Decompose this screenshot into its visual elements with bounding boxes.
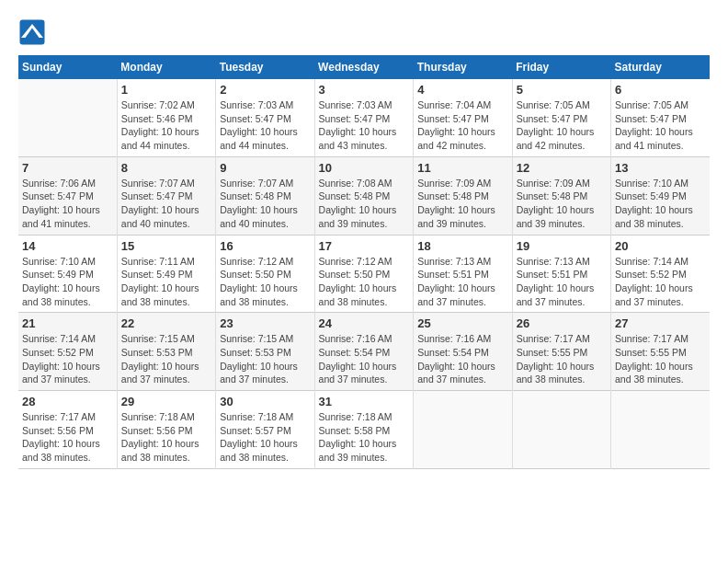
weekday-header: Monday [117,55,215,79]
day-info: Sunrise: 7:17 AM Sunset: 5:55 PM Dayligh… [615,332,706,386]
day-number: 21 [22,316,113,330]
calendar-cell: 31Sunrise: 7:18 AM Sunset: 5:58 PM Dayli… [314,391,414,469]
calendar-cell: 10Sunrise: 7:08 AM Sunset: 5:48 PM Dayli… [314,156,414,235]
day-info: Sunrise: 7:12 AM Sunset: 5:50 PM Dayligh… [319,255,410,309]
day-number: 22 [121,316,211,330]
calendar-cell: 14Sunrise: 7:10 AM Sunset: 5:49 PM Dayli… [18,235,117,313]
day-info: Sunrise: 7:18 AM Sunset: 5:56 PM Dayligh… [121,410,211,465]
calendar-table: SundayMondayTuesdayWednesdayThursdayFrid… [18,55,710,469]
calendar-cell [18,79,117,156]
day-info: Sunrise: 7:06 AM Sunset: 5:47 PM Dayligh… [22,177,113,231]
calendar-week-row: 21Sunrise: 7:14 AM Sunset: 5:52 PM Dayli… [18,313,710,391]
day-number: 24 [319,316,410,330]
day-number: 16 [220,239,310,253]
day-number: 25 [417,316,507,330]
day-number: 3 [319,83,410,97]
day-number: 8 [121,161,211,175]
calendar-cell: 9Sunrise: 7:07 AM Sunset: 5:48 PM Daylig… [216,156,314,235]
day-number: 15 [121,239,211,253]
day-number: 5 [517,83,607,97]
calendar-cell: 20Sunrise: 7:14 AM Sunset: 5:52 PM Dayli… [611,235,710,313]
day-number: 4 [417,83,507,97]
day-number: 20 [615,239,706,253]
calendar-cell: 26Sunrise: 7:17 AM Sunset: 5:55 PM Dayli… [512,313,610,391]
day-info: Sunrise: 7:13 AM Sunset: 5:51 PM Dayligh… [417,255,507,309]
weekday-header: Sunday [18,55,117,79]
calendar-cell: 1Sunrise: 7:02 AM Sunset: 5:46 PM Daylig… [117,79,215,156]
day-number: 18 [417,239,507,253]
day-number: 9 [220,161,310,175]
day-info: Sunrise: 7:02 AM Sunset: 5:46 PM Dayligh… [121,98,211,153]
day-number: 7 [22,161,113,175]
calendar-cell: 11Sunrise: 7:09 AM Sunset: 5:48 PM Dayli… [414,156,512,235]
calendar-cell: 13Sunrise: 7:10 AM Sunset: 5:49 PM Dayli… [611,156,710,235]
calendar-body: 1Sunrise: 7:02 AM Sunset: 5:46 PM Daylig… [18,79,710,468]
day-number: 14 [22,239,113,253]
day-number: 19 [517,239,607,253]
day-info: Sunrise: 7:07 AM Sunset: 5:47 PM Dayligh… [121,177,211,231]
day-info: Sunrise: 7:07 AM Sunset: 5:48 PM Dayligh… [220,177,310,231]
day-number: 10 [319,161,410,175]
day-info: Sunrise: 7:05 AM Sunset: 5:47 PM Dayligh… [615,98,706,153]
weekday-header: Wednesday [314,55,414,79]
calendar-week-row: 7Sunrise: 7:06 AM Sunset: 5:47 PM Daylig… [18,156,710,235]
calendar-cell: 27Sunrise: 7:17 AM Sunset: 5:55 PM Dayli… [611,313,710,391]
day-info: Sunrise: 7:14 AM Sunset: 5:52 PM Dayligh… [615,255,706,309]
day-info: Sunrise: 7:05 AM Sunset: 5:47 PM Dayligh… [517,98,607,153]
day-info: Sunrise: 7:18 AM Sunset: 5:57 PM Dayligh… [220,410,310,465]
day-number: 30 [220,395,310,408]
weekday-header: Friday [512,55,610,79]
calendar-cell: 6Sunrise: 7:05 AM Sunset: 5:47 PM Daylig… [611,79,710,156]
day-number: 29 [121,395,211,408]
day-info: Sunrise: 7:08 AM Sunset: 5:48 PM Dayligh… [319,177,410,231]
calendar-cell [512,391,610,469]
calendar-cell: 30Sunrise: 7:18 AM Sunset: 5:57 PM Dayli… [216,391,314,469]
day-info: Sunrise: 7:17 AM Sunset: 5:55 PM Dayligh… [517,332,607,386]
day-number: 2 [220,83,310,97]
calendar-cell: 19Sunrise: 7:13 AM Sunset: 5:51 PM Dayli… [512,235,610,313]
weekday-header: Tuesday [216,55,314,79]
calendar-cell: 7Sunrise: 7:06 AM Sunset: 5:47 PM Daylig… [18,156,117,235]
calendar-cell: 8Sunrise: 7:07 AM Sunset: 5:47 PM Daylig… [117,156,215,235]
day-info: Sunrise: 7:10 AM Sunset: 5:49 PM Dayligh… [22,255,113,309]
weekday-row: SundayMondayTuesdayWednesdayThursdayFrid… [18,55,710,79]
calendar-week-row: 1Sunrise: 7:02 AM Sunset: 5:46 PM Daylig… [18,79,710,156]
day-number: 1 [121,83,211,97]
day-info: Sunrise: 7:16 AM Sunset: 5:54 PM Dayligh… [319,332,410,386]
day-number: 23 [220,316,310,330]
day-info: Sunrise: 7:11 AM Sunset: 5:49 PM Dayligh… [121,255,211,309]
calendar-cell [414,391,512,469]
calendar-cell: 17Sunrise: 7:12 AM Sunset: 5:50 PM Dayli… [314,235,414,313]
day-number: 17 [319,239,410,253]
calendar-cell: 21Sunrise: 7:14 AM Sunset: 5:52 PM Dayli… [18,313,117,391]
day-number: 13 [615,161,706,175]
calendar-cell: 4Sunrise: 7:04 AM Sunset: 5:47 PM Daylig… [414,79,512,156]
weekday-header: Saturday [611,55,710,79]
calendar-cell: 2Sunrise: 7:03 AM Sunset: 5:47 PM Daylig… [216,79,314,156]
day-info: Sunrise: 7:10 AM Sunset: 5:49 PM Dayligh… [615,177,706,231]
page-header [18,18,710,46]
calendar-cell: 16Sunrise: 7:12 AM Sunset: 5:50 PM Dayli… [216,235,314,313]
weekday-header: Thursday [414,55,512,79]
logo-icon [18,18,46,46]
day-info: Sunrise: 7:09 AM Sunset: 5:48 PM Dayligh… [417,177,507,231]
day-number: 31 [319,395,410,408]
logo [18,18,50,46]
calendar-cell: 24Sunrise: 7:16 AM Sunset: 5:54 PM Dayli… [314,313,414,391]
day-number: 11 [417,161,507,175]
calendar-cell: 5Sunrise: 7:05 AM Sunset: 5:47 PM Daylig… [512,79,610,156]
calendar-cell: 28Sunrise: 7:17 AM Sunset: 5:56 PM Dayli… [18,391,117,469]
calendar-cell: 18Sunrise: 7:13 AM Sunset: 5:51 PM Dayli… [414,235,512,313]
day-info: Sunrise: 7:16 AM Sunset: 5:54 PM Dayligh… [417,332,507,386]
calendar-cell: 12Sunrise: 7:09 AM Sunset: 5:48 PM Dayli… [512,156,610,235]
day-info: Sunrise: 7:14 AM Sunset: 5:52 PM Dayligh… [22,332,113,386]
day-info: Sunrise: 7:03 AM Sunset: 5:47 PM Dayligh… [319,98,410,153]
day-info: Sunrise: 7:15 AM Sunset: 5:53 PM Dayligh… [220,332,310,386]
calendar-cell: 23Sunrise: 7:15 AM Sunset: 5:53 PM Dayli… [216,313,314,391]
day-number: 26 [517,316,607,330]
day-info: Sunrise: 7:09 AM Sunset: 5:48 PM Dayligh… [517,177,607,231]
day-info: Sunrise: 7:04 AM Sunset: 5:47 PM Dayligh… [417,98,507,153]
day-info: Sunrise: 7:13 AM Sunset: 5:51 PM Dayligh… [517,255,607,309]
day-number: 12 [517,161,607,175]
day-info: Sunrise: 7:17 AM Sunset: 5:56 PM Dayligh… [22,410,113,465]
